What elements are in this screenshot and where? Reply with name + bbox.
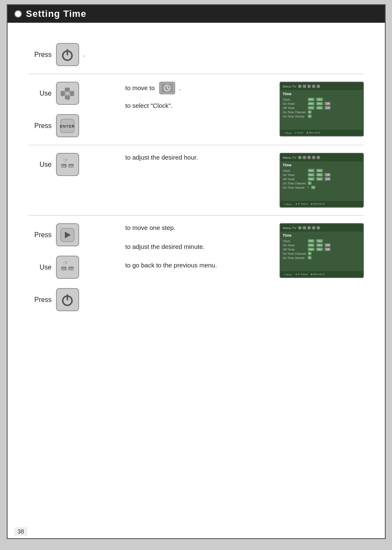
preview1-row-1: Clock Abc Abc: [283, 98, 360, 101]
chvol-icon-svg-2: ☞ CH VOL: [59, 259, 76, 276]
right-icon-svg: [59, 227, 76, 243]
page-title: Setting Time: [26, 8, 87, 19]
row-press-power: Press .: [29, 43, 85, 66]
section4-middle: to move one step. to adjust the desired …: [121, 223, 260, 270]
page-header: Setting Time: [8, 5, 385, 23]
clock-inline-icon: [159, 82, 175, 94]
nav-button-icon[interactable]: ☞: [56, 82, 79, 105]
chvol-button-icon-1[interactable]: ☞ CH VOL: [56, 153, 79, 176]
text-adjust-minute: to adjust the desired minute.: [125, 242, 260, 252]
label-press-3: Press: [29, 231, 52, 239]
prev-icon-1: [298, 85, 301, 88]
preview2-row-3: Off Timer Abc Abc Off: [283, 177, 360, 181]
preview1-header: Menu TV: [280, 83, 363, 90]
section1-left: Press .: [29, 43, 121, 66]
preview2-row-2: On Timer Abc Abc Off: [283, 173, 360, 176]
preview3-icons: [298, 226, 320, 230]
preview2-row-1: Clock Abc Abc: [283, 169, 360, 172]
svg-rect-4: [61, 91, 65, 96]
preview2-body: Time Clock Abc Abc On Timer Abc Abc Off: [280, 161, 363, 192]
preview-3: Menu TV Time Clock Abc: [280, 223, 364, 278]
preview3-title: Time: [283, 233, 360, 238]
right-button-icon[interactable]: [56, 223, 79, 246]
nav-icon-svg: ☞: [59, 85, 76, 102]
row-press-power-back: Press: [29, 288, 79, 311]
svg-text:CH: CH: [61, 165, 65, 168]
header-circle-icon: [14, 10, 22, 18]
svg-text:☞: ☞: [67, 98, 70, 102]
preview1-body: Time Clock Abc Abc On Timer Abc Abc Off: [280, 90, 363, 120]
text-use-nav: to move to: [125, 83, 155, 93]
power-button-icon[interactable]: [56, 43, 79, 66]
preview3-footer: ☆ Move ▲▼ Adjust ■ Menu/Exit: [280, 271, 363, 277]
section-1: Press .: [29, 35, 364, 74]
section2-middle: to move to . to select "Clock": [121, 82, 260, 111]
preview2-icons: [298, 156, 320, 159]
chvol-icon-svg-1: ☞ CH VOL: [59, 156, 76, 173]
preview1-row-3: Off Timer Abc Abc Off: [283, 106, 360, 109]
clock-icon-small: [161, 83, 173, 93]
section-3: Use ☞ CH VOL to adj: [29, 145, 364, 216]
text-move-step: to move one step.: [125, 223, 260, 233]
preview2-row-4: On Time Channel 9: [283, 182, 360, 185]
text-press-enter: to select "Clock".: [125, 102, 173, 109]
enter-icon-svg: ENTER: [59, 117, 76, 134]
row-press-right: Press: [29, 223, 79, 246]
row-press-enter: Press ENTER: [29, 114, 79, 137]
prev-icon-5: [317, 85, 320, 88]
label-press-2: Press: [29, 122, 52, 130]
row-use-chvol-hour: Use ☞ CH VOL: [29, 153, 79, 176]
svg-text:VOL: VOL: [69, 268, 74, 270]
section-4: Press Use ☞: [29, 216, 364, 319]
power-button-icon-2[interactable]: [56, 288, 79, 311]
svg-text:☞: ☞: [63, 157, 69, 163]
label-use-2: Use: [29, 90, 52, 97]
preview1-row-2: On Timer Abc Abc Off: [283, 102, 360, 105]
text-adjust-hour: to adjust the desired hour.: [125, 153, 260, 163]
section4-right: Menu TV Time Clock Abc: [260, 223, 364, 278]
text-dot-2: .: [179, 83, 181, 93]
section4-instructions: to move one step. to adjust the desired …: [125, 223, 260, 270]
row-use-nav: Use ☞: [29, 82, 79, 105]
preview-2: Menu TV Time Clock Abc: [280, 153, 364, 208]
section3-right: Menu TV Time Clock Abc: [260, 153, 364, 208]
preview1-row-5: On Time Volume 9: [283, 115, 360, 118]
preview2-title: Time: [283, 163, 360, 167]
enter-button-icon[interactable]: ENTER: [56, 114, 79, 137]
section4-left: Press Use ☞: [29, 223, 121, 311]
svg-text:☞: ☞: [63, 259, 69, 266]
page-content: Press . Use: [8, 23, 385, 331]
preview3-row-4: On Time Channel 9: [283, 252, 360, 255]
prev-icon-4: [312, 85, 315, 88]
section3-left: Use ☞ CH VOL: [29, 153, 121, 176]
preview3-row-2: On Timer Abc Abc Off: [283, 243, 360, 247]
section3-middle: to adjust the desired hour.: [121, 153, 260, 163]
preview1-footer: ☆ Move ● Enter ■ Menu/Exit: [280, 130, 363, 136]
svg-text:ENTER: ENTER: [60, 124, 75, 128]
label-press-1: Press: [29, 51, 52, 59]
svg-text:VOL: VOL: [69, 165, 74, 168]
label-use-4: Use: [29, 264, 52, 271]
preview3-row-3: Off Timer Abc Abc Off: [283, 248, 360, 251]
svg-point-6: [65, 91, 69, 96]
chvol-button-icon-2[interactable]: ☞ CH VOL: [56, 256, 79, 279]
label-use-3: Use: [29, 161, 52, 168]
section-2: Use ☞: [29, 74, 364, 145]
preview2-footer: ☆ Move ▲▼ Adjust ■ Menu/Exit: [280, 201, 363, 207]
section4-combined: Press Use ☞: [29, 223, 79, 311]
preview1-title: Time: [283, 92, 360, 96]
preview3-body: Time Clock Abc Abc On Timer Abc Abc Off: [280, 232, 363, 262]
power-icon-svg-2: [59, 291, 76, 308]
preview3-row-5: On Time Volume 9: [283, 256, 360, 259]
svg-text:CH: CH: [61, 268, 65, 270]
prev-icon-2: [303, 85, 306, 88]
section2-left: Use ☞: [29, 82, 121, 137]
text-go-back: to go back to the previous menu.: [125, 261, 260, 270]
svg-rect-5: [70, 91, 74, 96]
row-use-chvol-minute: Use ☞ CH VOL: [29, 256, 79, 279]
preview2-row-5: On Time Volume * 9: [283, 186, 360, 189]
preview1-icons: [298, 85, 320, 88]
preview3-header: Menu TV: [280, 224, 363, 232]
instruction-enter: to select "Clock".: [125, 101, 260, 111]
section2-combined: Use ☞: [29, 82, 79, 137]
